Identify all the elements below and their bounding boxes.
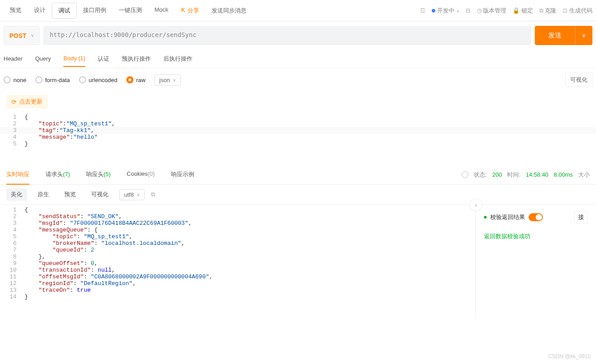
sub-tab-后执行操作[interactable]: 后执行操作 bbox=[163, 50, 192, 67]
size-label: 大小 bbox=[578, 171, 590, 179]
chevron-down-icon: ∨ bbox=[31, 33, 34, 38]
collapse-button[interactable]: › bbox=[470, 199, 482, 211]
charset-select[interactable]: utf8 ∨ bbox=[119, 189, 145, 200]
body-format-row: noneform-dataurlencodedraw json∨ 可视化 bbox=[0, 68, 596, 91]
lock-icon: 🔒 bbox=[513, 7, 520, 14]
globe-icon bbox=[462, 171, 468, 178]
sub-tab-Header[interactable]: Header bbox=[4, 51, 23, 66]
validation-success-msg: 返回数据校验成功 bbox=[484, 232, 588, 240]
visualize-button[interactable]: 可视化 bbox=[565, 73, 592, 87]
menu-icon[interactable]: ☲ bbox=[420, 7, 425, 14]
validate-toggle[interactable] bbox=[529, 213, 543, 221]
resp-tab-实时响应[interactable]: 实时响应 bbox=[6, 165, 29, 185]
copy-icon[interactable]: ⧉ bbox=[151, 191, 155, 198]
top-tab-bar: 预览设计调试接口用例一键压测Mock ⇱ 分享 发送同步消息 ☲ 开发中 ∨ ⊟… bbox=[0, 0, 596, 21]
refresh-icon: ⟳ bbox=[12, 99, 17, 105]
top-right-tools: ☲ 开发中 ∨ ⊟ ◷ 版本管理 🔒 锁定 ⧉ 克隆 ⊡ 生成代码 bbox=[420, 7, 592, 15]
top-tab-调试[interactable]: 调试 bbox=[52, 3, 77, 19]
dev-status[interactable]: 开发中 ∨ bbox=[432, 7, 459, 15]
share-button[interactable]: ⇱ 分享 bbox=[175, 3, 205, 18]
send-dropdown[interactable]: ∨ bbox=[575, 27, 592, 44]
lock-button[interactable]: 🔒 锁定 bbox=[513, 7, 533, 15]
resp-tab-Cookies[interactable]: Cookies(0) bbox=[127, 165, 155, 185]
response-toolbar: 美化 原生 预览 可视化 utf8 ∨ ⧉ bbox=[0, 185, 596, 205]
send-button[interactable]: 发送 ∨ bbox=[535, 26, 592, 45]
resp-tab-响应示例[interactable]: 响应示例 bbox=[171, 165, 194, 185]
body-format-none[interactable]: none bbox=[4, 76, 26, 83]
url-input[interactable]: http://localhost:9000/producer/sendSync bbox=[43, 26, 531, 45]
body-format-urlencoded[interactable]: urlencoded bbox=[79, 76, 117, 83]
code-icon: ⊡ bbox=[563, 7, 567, 14]
response-meta: 状态: 200 时间: 14:58:40 8.00ms 大小 bbox=[462, 171, 590, 179]
sub-tab-Query[interactable]: Query bbox=[35, 51, 51, 66]
clone-icon: ⧉ bbox=[539, 7, 543, 14]
resp-tab-请求头[interactable]: 请求头(7) bbox=[46, 165, 70, 185]
visual-button[interactable]: 可视化 bbox=[87, 188, 113, 201]
http-method: POST bbox=[9, 32, 26, 39]
method-select[interactable]: POST ∨ bbox=[4, 26, 40, 45]
check-label: 校验返回结果 bbox=[490, 213, 525, 221]
body-format-form-data[interactable]: form-data bbox=[35, 76, 70, 83]
raw-button[interactable]: 原生 bbox=[33, 188, 54, 201]
body-format-raw[interactable]: raw bbox=[126, 76, 146, 83]
pretty-button[interactable]: 美化 bbox=[6, 188, 27, 201]
top-tab-一键压测[interactable]: 一键压测 bbox=[113, 3, 148, 19]
status-code: 200 bbox=[492, 171, 502, 178]
top-tab-接口用例[interactable]: 接口用例 bbox=[77, 3, 113, 19]
resp-tab-响应头[interactable]: 响应头(5) bbox=[86, 165, 111, 185]
api-title: 发送同步消息 bbox=[205, 3, 253, 18]
sub-tab-认证[interactable]: 认证 bbox=[98, 50, 109, 67]
extra-button[interactable]: 接 bbox=[574, 211, 588, 223]
clone-button[interactable]: ⧉ 克隆 bbox=[539, 7, 557, 15]
version-button[interactable]: ◷ 版本管理 bbox=[477, 7, 507, 15]
refresh-button[interactable]: ⟳ 点击更新 bbox=[6, 95, 48, 108]
response-tab-bar: 实时响应请求头(7)响应头(5)Cookies(0)响应示例 状态: 200 时… bbox=[0, 165, 596, 185]
top-tab-设计[interactable]: 设计 bbox=[28, 3, 52, 19]
top-tab-预览[interactable]: 预览 bbox=[4, 3, 28, 19]
response-side-panel: › 校验返回结果 接 返回数据校验成功 bbox=[475, 205, 596, 318]
list-icon[interactable]: ⊟ bbox=[466, 7, 471, 14]
response-duration: 8.00ms bbox=[554, 171, 573, 178]
codegen-button[interactable]: ⊡ 生成代码 bbox=[563, 7, 592, 15]
top-tab-Mock[interactable]: Mock bbox=[148, 3, 175, 19]
sub-tab-预执行操作[interactable]: 预执行操作 bbox=[122, 50, 151, 67]
preview-button[interactable]: 预览 bbox=[60, 188, 80, 201]
response-time: 14:58:40 bbox=[526, 171, 549, 178]
response-body-editor[interactable]: 1{2 "sendStatus": "SEND_OK",3 "msgId": "… bbox=[0, 205, 475, 318]
request-body-editor[interactable]: 1{2 "topic":"MQ_sp_test1",3 "tag":"Tag-k… bbox=[0, 112, 596, 165]
request-row: POST ∨ http://localhost:9000/producer/se… bbox=[0, 21, 596, 50]
sub-tab-Body[interactable]: Body (1) bbox=[63, 50, 85, 67]
share-icon: ⇱ bbox=[181, 7, 186, 14]
success-dot-icon bbox=[484, 216, 487, 219]
request-sub-tabs: HeaderQueryBody (1)认证预执行操作后执行操作 bbox=[0, 50, 596, 68]
raw-type-select[interactable]: json∨ bbox=[154, 74, 181, 86]
